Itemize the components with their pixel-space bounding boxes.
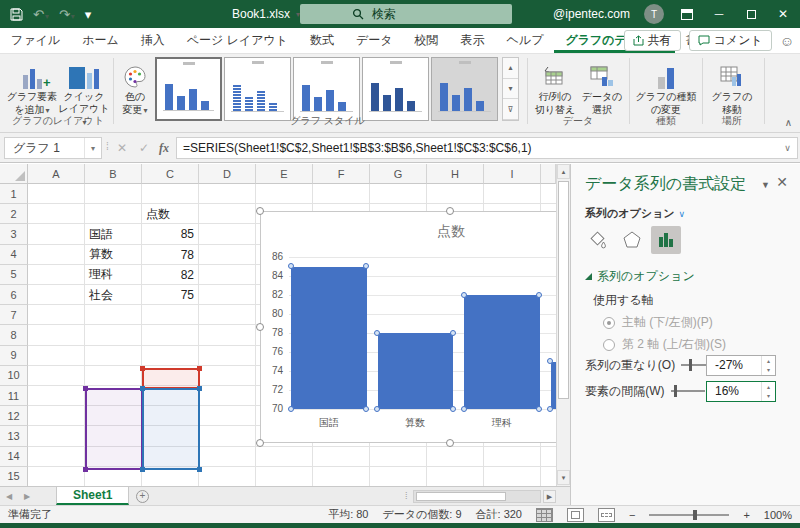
column-header-A[interactable]: A (28, 164, 85, 184)
column-header-I[interactable]: I (484, 164, 541, 184)
formula-bar-expand-icon[interactable]: ∨ (778, 137, 798, 159)
bar-selection-handle[interactable] (363, 263, 369, 269)
zoom-level[interactable]: 100% (764, 509, 792, 521)
series-options-section-header[interactable]: 系列のオプション (585, 268, 695, 285)
feedback-smiley-icon[interactable]: ☺ (780, 33, 794, 49)
account-email[interactable]: @ipentec.com (553, 7, 630, 21)
row-header-12[interactable]: 12 (0, 406, 28, 426)
close-button[interactable]: ✕ (774, 5, 792, 23)
bar-selection-handle[interactable] (461, 292, 467, 298)
row-header-3[interactable]: 3 (0, 224, 28, 244)
chart-frame-handle[interactable] (446, 439, 454, 447)
cell-B6[interactable]: 社会 (85, 285, 142, 305)
bar-selection-handle[interactable] (374, 406, 380, 412)
gap-width-input[interactable]: 16% ▴▾ (706, 381, 776, 402)
cell-B4[interactable]: 算数 (85, 245, 142, 265)
undo-icon[interactable]: ↶▾ (33, 8, 49, 21)
ribbon-tab-5[interactable]: データ (345, 28, 404, 53)
chart-style-thumb-4[interactable] (362, 57, 429, 121)
horizontal-scroll-thumb[interactable] (416, 492, 506, 501)
normal-view-icon[interactable] (536, 508, 553, 522)
cancel-icon[interactable]: ✕ (112, 137, 132, 159)
stepper-icons[interactable]: ▴▾ (761, 382, 775, 401)
chart-plot-area[interactable]: 707274767880828486点数国語算数理科 (260, 211, 556, 443)
tabbar-splitter[interactable]: ⁞ (405, 491, 408, 501)
formula-input[interactable]: =SERIES(Sheet1!$C$2,Sheet1!$B$3:$B$6,She… (176, 137, 778, 159)
series-options-tab[interactable] (651, 226, 681, 254)
chart-frame-handle[interactable] (256, 207, 264, 215)
row-header-4[interactable]: 4 (0, 245, 28, 265)
select-all-corner[interactable] (0, 164, 28, 184)
bar-selection-handle[interactable] (536, 292, 542, 298)
column-header-B[interactable]: B (85, 164, 142, 184)
effects-tab[interactable] (617, 226, 647, 254)
name-box-dropdown-icon[interactable]: ▾ (84, 138, 101, 158)
selection-range-values[interactable] (142, 388, 200, 470)
stepper-icons[interactable]: ▴▾ (761, 356, 775, 375)
cell-C5[interactable]: 82 (142, 265, 199, 285)
search-input[interactable]: 検索 (300, 4, 512, 24)
customize-qat-icon[interactable]: ▾ (85, 8, 92, 21)
horizontal-scrollbar[interactable] (413, 490, 541, 503)
new-sheet-button[interactable]: + (129, 487, 155, 505)
cell-B3[interactable]: 国語 (85, 224, 142, 244)
column-header-H[interactable]: H (427, 164, 484, 184)
row-header-15[interactable]: 15 (0, 467, 28, 486)
gallery-down-icon[interactable]: ▾ (503, 79, 518, 100)
ribbon-tab-6[interactable]: 校閲 (404, 28, 450, 53)
chart-object[interactable]: 707274767880828486点数国語算数理科 (260, 211, 556, 444)
share-button[interactable]: 共有 (624, 30, 681, 51)
formula-bar-splitter[interactable]: ⁞ (106, 141, 110, 152)
pane-title-dropdown-icon[interactable]: ▼ (761, 180, 770, 190)
chart-style-thumb-2[interactable] (224, 57, 291, 121)
ribbon-tab-3[interactable]: ページ レイアウト (176, 28, 299, 53)
comments-button[interactable]: コメント (689, 30, 772, 51)
workbook-title[interactable]: Book1.xlsx▾ (232, 0, 300, 28)
zoom-slider-thumb[interactable] (693, 510, 697, 520)
chart-title[interactable]: 点数 (261, 223, 556, 241)
gallery-more-icon[interactable]: ⊽ (503, 99, 518, 120)
secondary-axis-radio[interactable]: 第 2 軸 (上/右側)(S) (603, 336, 726, 353)
selection-range-categories[interactable] (85, 388, 143, 470)
hscroll-right-icon[interactable]: ▶ (543, 490, 556, 503)
row-header-14[interactable]: 14 (0, 447, 28, 467)
chart-frame-handle[interactable] (256, 439, 264, 447)
row-header-13[interactable]: 13 (0, 426, 28, 446)
gallery-up-icon[interactable]: ▴ (503, 58, 518, 79)
row-header-6[interactable]: 6 (0, 285, 28, 305)
row-header-2[interactable]: 2 (0, 204, 28, 224)
chart-style-thumb-5[interactable] (431, 57, 498, 121)
series-overlap-input[interactable]: -27% ▴▾ (706, 355, 776, 376)
zoom-slider[interactable] (649, 514, 729, 516)
page-layout-view-icon[interactable] (567, 508, 584, 522)
cell-C4[interactable]: 78 (142, 245, 199, 265)
chart-style-thumb-3[interactable] (293, 57, 360, 121)
row-header-7[interactable]: 7 (0, 305, 28, 325)
bar-selection-handle[interactable] (288, 263, 294, 269)
ribbon-tab-7[interactable]: 表示 (450, 28, 496, 53)
scroll-down-icon[interactable]: ▾ (557, 470, 570, 485)
chart-frame-handle[interactable] (446, 207, 454, 215)
ribbon-tab-8[interactable]: ヘルプ (496, 28, 555, 53)
chart-style-thumb-1[interactable] (155, 57, 222, 121)
column-header-E[interactable]: E (256, 164, 313, 184)
primary-axis-radio[interactable]: 主軸 (下/左側)(P) (603, 314, 713, 331)
bar-selection-handle[interactable] (536, 406, 542, 412)
bar-selection-handle[interactable] (461, 406, 467, 412)
chart-bar-算数[interactable] (378, 333, 454, 409)
column-header-C[interactable]: C (142, 164, 199, 184)
ribbon-tab-0[interactable]: ファイル (0, 28, 71, 53)
redo-icon[interactable]: ↷▾ (59, 8, 75, 21)
gallery-scrollbar[interactable]: ▴ ▾ ⊽ (502, 57, 519, 121)
chart-bar-理科[interactable] (464, 295, 540, 409)
pane-option-selector[interactable]: 系列のオプション∨ (585, 206, 685, 221)
row-header-10[interactable]: 10 (0, 366, 28, 386)
vertical-scrollbar[interactable]: ▴ ▾ (556, 164, 570, 486)
page-break-view-icon[interactable] (598, 508, 615, 522)
ribbon-tab-1[interactable]: ホーム (71, 28, 130, 53)
insert-function-icon[interactable]: fx (154, 137, 174, 159)
column-header-G[interactable]: G (370, 164, 427, 184)
cell-C3[interactable]: 85 (142, 224, 199, 244)
ribbon-tab-2[interactable]: 挿入 (130, 28, 176, 53)
row-header-8[interactable]: 8 (0, 325, 28, 345)
